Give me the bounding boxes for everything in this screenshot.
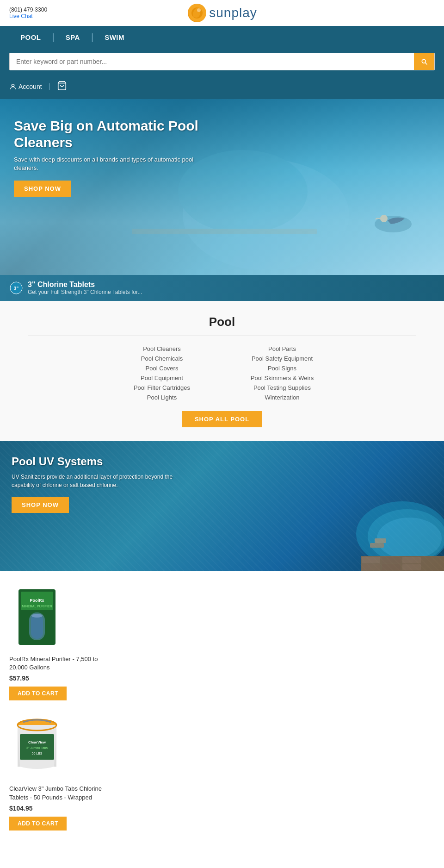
hero-banner: Save Big on Automatic Pool Cleaners Save… [0, 99, 444, 275]
svg-point-9 [380, 215, 388, 222]
pool-link-covers[interactable]: Pool Covers [106, 365, 217, 372]
svg-rect-23 [402, 564, 421, 570]
svg-rect-7 [132, 229, 317, 234]
svg-rect-19 [382, 557, 401, 563]
shop-all-pool-button[interactable]: SHOP ALL POOL [182, 411, 262, 427]
svg-rect-21 [362, 564, 380, 570]
product-card-clearview: ClearView 3" Jumbo Tabs 50 LBS ClearView… [9, 714, 111, 830]
clearview-price: $104.95 [9, 805, 33, 812]
pool-link-safety[interactable]: Pool Safety Equipment [227, 355, 338, 362]
poolrx-image-wrap: PoolRx MINERAL PURIFIER [9, 585, 65, 649]
chlorine-info: 3" Chlorine Tablets Get your Full Streng… [28, 281, 142, 295]
svg-rect-18 [362, 557, 380, 563]
hero-content: Save Big on Automatic Pool Cleaners Save… [14, 118, 208, 197]
clearview-name: ClearView 3" Jumbo Tabs Chlorine Tablets… [9, 785, 111, 801]
hero-title: Save Big on Automatic Pool Cleaners [14, 118, 208, 151]
pool-link-cleaners[interactable]: Pool Cleaners [106, 345, 217, 352]
poolrx-product-image: PoolRx MINERAL PURIFIER [16, 587, 58, 647]
account-divider: | [49, 82, 50, 91]
poolrx-name: PoolRx Mineral Purifier - 7,500 to 20,00… [9, 655, 111, 672]
hero-subtitle: Save with deep discounts on all brands a… [14, 156, 208, 172]
svg-rect-16 [375, 538, 386, 543]
cart-button[interactable] [57, 81, 67, 93]
pool-divider [28, 336, 416, 336]
products-section: PoolRx MINERAL PURIFIER PoolRx Mineral P… [0, 571, 444, 858]
pool-link-lights[interactable]: Pool Lights [106, 394, 217, 401]
svg-text:MINERAL PURIFIER: MINERAL PURIFIER [22, 605, 52, 608]
nav-pool[interactable]: POOL [9, 33, 52, 41]
sunplay-swirl-icon [188, 4, 206, 22]
logo[interactable]: sunplay [188, 4, 257, 22]
pool-section-title: Pool [9, 315, 435, 329]
live-chat-link[interactable]: Live Chat [9, 13, 47, 19]
chlorine-strip[interactable]: 3" 3" Chlorine Tablets Get your Full Str… [0, 275, 444, 301]
search-icon [420, 58, 428, 65]
logo-icon [188, 4, 206, 22]
clearview-add-to-cart-button[interactable]: ADD TO CART [9, 817, 67, 831]
svg-point-14 [377, 518, 442, 559]
hero-shop-now-button[interactable]: SHOP NOW [14, 181, 71, 197]
uv-banner: Pool UV Systems UV Sanitizers provide an… [0, 441, 444, 571]
pool-link-winterization[interactable]: Winterization [227, 394, 338, 401]
svg-point-30 [31, 614, 43, 618]
svg-rect-20 [402, 557, 421, 563]
svg-rect-22 [382, 564, 401, 570]
svg-text:50 LBS: 50 LBS [32, 752, 43, 755]
svg-point-2 [197, 8, 201, 12]
chlorine-title: 3" Chlorine Tablets [28, 281, 142, 289]
pool-link-testing[interactable]: Pool Testing Supplies [227, 384, 338, 391]
contact-info: (801) 479-3300 Live Chat [9, 6, 47, 19]
uv-pool-svg [324, 441, 444, 571]
clearview-product-image: ClearView 3" Jumbo Tabs 50 LBS [12, 717, 62, 777]
nav-spa[interactable]: SPA [55, 33, 91, 41]
poolrx-add-to-cart-button[interactable]: ADD TO CART [9, 687, 67, 700]
search-bar [0, 48, 444, 77]
uv-subtitle: UV Sanitizers provide an additional laye… [12, 473, 187, 489]
chlorine-tablet-icon: 3" [9, 281, 23, 295]
main-nav: POOL | SPA | SWIM [0, 26, 444, 48]
uv-shop-now-button[interactable]: SHOP NOW [12, 497, 69, 513]
product-card-poolrx: PoolRx MINERAL PURIFIER PoolRx Mineral P… [9, 585, 111, 700]
uv-title: Pool UV Systems [12, 455, 187, 468]
search-container [9, 53, 435, 70]
pool-link-skimmers[interactable]: Pool Skimmers & Weirs [227, 375, 338, 381]
user-icon [9, 83, 17, 90]
svg-text:ClearView: ClearView [28, 740, 46, 744]
top-bar: (801) 479-3300 Live Chat sunplay [0, 0, 444, 26]
pool-link-equipment[interactable]: Pool Equipment [106, 375, 217, 381]
svg-rect-29 [31, 614, 43, 639]
phone-number: (801) 479-3300 [9, 6, 47, 13]
svg-text:3": 3" [14, 286, 19, 291]
svg-rect-15 [370, 543, 384, 548]
svg-point-3 [12, 84, 14, 87]
pool-link-filter-cartridges[interactable]: Pool Filter Cartridges [106, 384, 217, 391]
account-link[interactable]: Account [9, 83, 42, 90]
swimmer-decor [370, 206, 416, 238]
cart-icon [57, 81, 67, 91]
pool-link-parts[interactable]: Pool Parts [227, 345, 338, 352]
account-bar: Account | [0, 77, 444, 99]
account-label: Account [18, 83, 42, 90]
nav-swim[interactable]: SWIM [93, 33, 136, 41]
pool-link-chemicals[interactable]: Pool Chemicals [106, 355, 217, 362]
search-input[interactable] [10, 53, 414, 70]
chlorine-subtitle: Get your Full Strength 3" Chlorine Table… [28, 289, 142, 295]
pool-links-grid: Pool Cleaners Pool Parts Pool Chemicals … [106, 345, 338, 401]
search-button[interactable] [414, 53, 434, 70]
poolrx-price: $57.95 [9, 674, 29, 682]
svg-text:3" Jumbo Tabs: 3" Jumbo Tabs [26, 746, 48, 749]
uv-banner-content: Pool UV Systems UV Sanitizers provide an… [12, 455, 187, 513]
pool-link-signs[interactable]: Pool Signs [227, 365, 338, 372]
logo-text: sunplay [209, 6, 257, 20]
svg-text:PoolRx: PoolRx [30, 598, 44, 603]
clearview-image-wrap: ClearView 3" Jumbo Tabs 50 LBS [9, 714, 65, 779]
pool-section: Pool Pool Cleaners Pool Parts Pool Chemi… [0, 301, 444, 441]
